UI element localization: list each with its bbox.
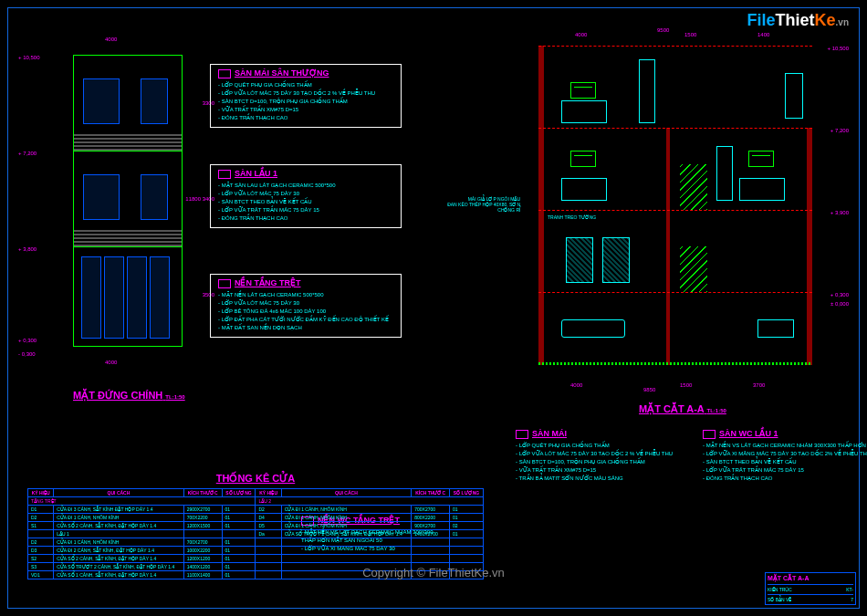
table-cell: D2: [256, 506, 281, 514]
picture-frame: [570, 82, 596, 99]
table-cell: 01: [222, 522, 256, 530]
table-row: S1CỬA SỔ 2 CÁNH, SẮT KÍNH, ĐẶT HỘP DÀY 1…: [28, 522, 484, 530]
dim: 3700: [753, 382, 765, 388]
table-cell: 1200X1200: [183, 555, 222, 563]
table-cell: 01: [222, 538, 256, 547]
table-cell: [450, 555, 484, 563]
table-cell: LẦU 1: [54, 530, 183, 538]
floor-slab: [538, 292, 812, 293]
table-cell: D2: [28, 538, 54, 547]
dim-width-bot: 4000: [105, 360, 117, 365]
table-cell: CỬA SỔ TRƯỢT 2 CÁNH, SẮT KÍNH, ĐẶT HỘP D…: [54, 563, 183, 571]
table-cell: D3: [28, 547, 54, 555]
floor-slab: [538, 210, 812, 211]
annotation-item: - SÀN BTCT THEO BẢN VẼ KẾT CẤU: [703, 457, 840, 465]
table-cell: S3: [28, 563, 54, 571]
table-cell: 01: [222, 555, 256, 563]
annotation-item: - LỚP QUÉT PHỤ GIA CHỐNG THẤM: [218, 80, 393, 89]
dim: 9850: [643, 387, 655, 392]
annotation-item: - VỮA TRẤT TRẦN XM#75 D=15: [218, 105, 393, 113]
annotation-item: - LỚP VỮA TRÁT TRẦN MÁC 75 DÀY 15: [218, 205, 393, 214]
level-mark: + 10,500: [827, 46, 849, 51]
table-cell: 02: [450, 522, 484, 530]
layer-icon: [218, 69, 231, 78]
table-cell: VD1: [28, 571, 54, 579]
annotation-block: SÀN WC LẦU 1- MẶT NỀN VS LÁT GẠCH CERAMI…: [703, 429, 840, 484]
annotation-item: - ĐÓNG TRẦN THẠCH CAO: [703, 474, 840, 482]
elevation-title: MẶT ĐỨNG CHÍNH TL:1:50: [73, 390, 185, 402]
table-cell: CỬA ĐI 1 CÁNH, NHÔM KÍNH: [281, 506, 411, 514]
sofa: [561, 319, 625, 338]
dim-height: 11800: [185, 196, 201, 202]
annotation-box: SÀN LẦU 1- MẶT SÀN LAU LÁT GẠCH CERAMIC …: [210, 164, 402, 228]
table-cell: 01: [222, 571, 256, 579]
dim: 9500: [657, 27, 669, 33]
table-cell: [412, 538, 450, 547]
annotation-item: - LỚP VỮA XI MĂNG MÁC 75 DÀY 30 TẠO DỐC …: [703, 449, 840, 457]
floor-3: [74, 56, 182, 151]
table-header-row: KÝ HIỆUQUI CÁCHKÍCH THƯỚCSỐ LƯỢNGKÝ HIỆU…: [28, 489, 484, 497]
table-header-cell: QUI CÁCH: [54, 489, 183, 497]
level-mark: + 7,200: [18, 151, 37, 156]
titleblock-row: SỐ BẢN VẼ7: [768, 594, 853, 602]
screen-panel: [566, 237, 593, 283]
annotation-list: - MẶT NỀN LÁT GẠCH CERAMIC 500*500- LỚP …: [218, 288, 393, 333]
annotation-item: - SÀN BTCT D=100, TRỘN PHỤ GIA CHỐNG THẤ…: [218, 97, 393, 105]
note-roof: MÁI GIẢ LỢP NGÓI MẦU ĐAN KÈO THÉP HỘP 40…: [438, 196, 520, 213]
table-cell: [412, 555, 450, 563]
annotation-list: - MẶT NỀN VS LÁT GẠCH CERAMIC NHÁM 300X3…: [703, 439, 840, 484]
table-row: D2CỬA ĐI 1 CÁNH, NHÔM KÍNH700X270001: [28, 538, 484, 547]
annotation-box: NỀN TẦNG TRỆT- MẶT NỀN LÁT GẠCH CERAMIC …: [210, 274, 402, 338]
door-panel: [81, 256, 101, 339]
annotation-item: - LỚP VỮA LÓT MÁC 75 DÀY 30 TẠO DỐC 2 % …: [218, 89, 393, 97]
wall: [538, 46, 544, 365]
table-header-cell: KÝ HIỆU: [28, 489, 54, 497]
annotation-item: - LỚP VỮA LÓT MÁC 75 DÀY 30: [218, 298, 393, 307]
annotation-list: - MẶT SÀN LAU LÁT GẠCH CERAMIC 500*500- …: [218, 179, 393, 224]
table-cell: 01: [450, 506, 484, 514]
floor-slab: [538, 128, 812, 129]
dim: 1400: [757, 32, 769, 37]
table-cell: [256, 563, 281, 571]
table-cell: 1400X2700: [412, 530, 450, 538]
annotation-item: - TRẦN BẢ MATIT SỜN NƯỚC MÀU SÁNG: [516, 474, 680, 482]
annotation-item: - VỮA TRẤT TRẦN XM#75 D=15: [516, 465, 680, 474]
bed: [739, 178, 785, 201]
annotation-item: - LỚP VỮA TRÁT TRẦN MÁC 75 DÀY 15: [703, 465, 840, 474]
annotation-title: SÀN MÁI: [516, 429, 680, 439]
annotation-item: - SÀN BTCT THEO BẢN VẼ KẾT CẤU: [218, 197, 393, 205]
table-cell: 01: [222, 514, 256, 522]
table-cell: S2: [28, 555, 54, 563]
annotation-item: - MẶT ĐẤT SAN NỀN DỌN SẠCH: [218, 323, 393, 331]
table-cell: 1100X1400: [183, 571, 222, 579]
level-mark: - 0,300: [18, 351, 36, 357]
table-header-cell: KÍCH THƯỚC: [183, 489, 222, 497]
level-mark: ± 0,000: [830, 301, 849, 307]
dim: 4000: [570, 382, 582, 388]
building-outline: [73, 55, 183, 347]
roof-slab: [538, 46, 812, 47]
table-header-cell: KÝ HIỆU: [256, 489, 281, 497]
door-schedule-table: THỐNG KÊ CỬA KÝ HIỆUQUI CÁCHKÍCH THƯỚCSỐ…: [27, 473, 484, 579]
level-mark: + 10,500: [18, 55, 40, 60]
annotation-item: - SÀN BTCT D=100, TRỘN PHỤ GIA CHỐNG THẤ…: [516, 457, 680, 465]
wall: [666, 128, 670, 365]
table-title: THỐNG KÊ CỬA: [27, 473, 484, 485]
level-mark: + 0,300: [18, 338, 37, 343]
annotation-item: - MẶT NỀN LÁT GẠCH CERAMIC 500*500: [218, 290, 393, 298]
table-cell: D2: [28, 514, 54, 522]
wardrobe: [639, 59, 655, 123]
window: [83, 78, 120, 124]
annotation-title: SÀN WC LẦU 1: [703, 429, 840, 439]
table-cell: D5: [256, 522, 281, 530]
bed: [561, 178, 607, 201]
table-cell: [450, 547, 484, 555]
table-cell: 01: [222, 506, 256, 514]
table-cell: 1000X2200: [183, 547, 222, 555]
logo-p2: Thiet: [776, 11, 815, 29]
table-cell: [281, 555, 411, 563]
level-mark: + 3,800: [18, 246, 37, 252]
annotation-item: - LỚP VỮA LÓT MÁC 75 DÀY 30: [218, 189, 393, 197]
bed: [561, 100, 607, 123]
table-cell: 1400X1200: [183, 563, 222, 571]
